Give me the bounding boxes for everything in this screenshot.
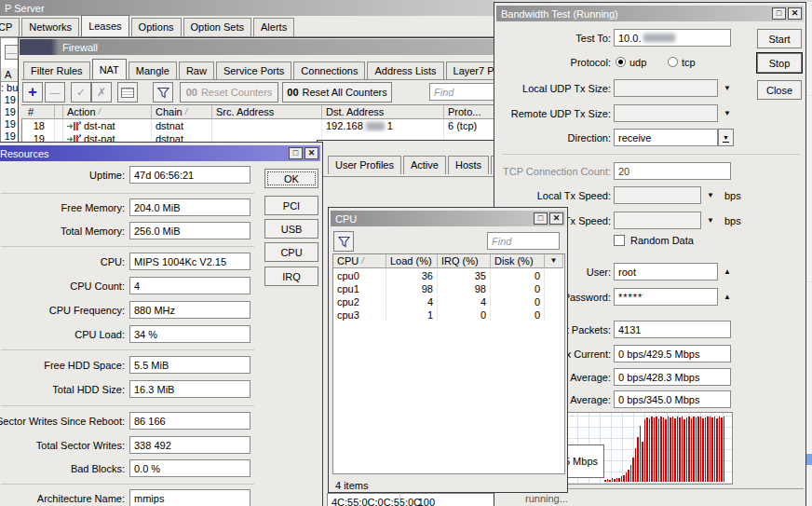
- tab-filter-rules[interactable]: Filter Rules: [23, 62, 90, 80]
- table-row[interactable]: cpu2 4 4 0: [333, 295, 545, 308]
- close-icon[interactable]: ✕: [304, 147, 318, 159]
- dropdown-arrow-icon[interactable]: ▼: [707, 192, 714, 199]
- total-memory-field: 256.0 MiB: [129, 222, 250, 239]
- bandwidth-titlebar[interactable]: Bandwidth Test (Running) □ ✕: [496, 6, 804, 21]
- table-row[interactable]: cpu3 1 0 0: [333, 308, 545, 321]
- test-to-field[interactable]: 10.0.: [614, 29, 731, 47]
- ok-button[interactable]: OK: [264, 169, 318, 188]
- total-hdd-size-field: 16.3 MiB: [129, 380, 250, 398]
- col-disk[interactable]: Disk (%): [491, 254, 545, 268]
- sector-writes-since-reboot-field: 86 166: [129, 412, 250, 430]
- tcp-connection-count-field[interactable]: 20: [614, 162, 731, 180]
- remote-udp-tx-size-field[interactable]: [614, 104, 718, 122]
- table-row[interactable]: cpu1 98 98 0: [333, 282, 545, 294]
- enable-button[interactable]: ✓: [71, 82, 91, 103]
- tab-options[interactable]: Options: [131, 18, 182, 36]
- leases-col-header[interactable]: A: [1, 68, 20, 82]
- col-icon[interactable]: [55, 105, 63, 119]
- reset-counters-button[interactable]: 00 Reset Counters: [180, 82, 278, 103]
- password-field[interactable]: *****: [614, 288, 718, 306]
- col-load[interactable]: Load (%): [386, 254, 438, 268]
- usb-button[interactable]: USB: [264, 219, 318, 239]
- col-cpu[interactable]: CPU/: [333, 254, 386, 268]
- direction-combo-button[interactable]: ▼: [718, 129, 734, 146]
- protocol-udp-radio[interactable]: [616, 57, 626, 67]
- up-arrow-icon[interactable]: ▲: [724, 268, 731, 276]
- direction-field[interactable]: receive: [614, 129, 718, 146]
- cell-protocol: 6 (tcp): [444, 119, 498, 132]
- tab-leases[interactable]: Leases: [81, 15, 129, 36]
- architecture-name-field: mmips: [129, 489, 250, 506]
- maximize-icon[interactable]: □: [289, 147, 303, 159]
- cpu-find-input[interactable]: [487, 232, 560, 250]
- tcp-connection-count-label: TCP Connection Count:: [494, 166, 611, 177]
- filter-button[interactable]: [153, 82, 173, 103]
- tab-hosts[interactable]: Hosts: [448, 156, 489, 174]
- reset-all-counters-button[interactable]: 00 Reset All Counters: [282, 82, 392, 103]
- minus-button[interactable]: —: [5, 45, 19, 60]
- table-row[interactable]: 18 dst-nat dstnat 192.168 1 6 (tcp): [21, 119, 498, 132]
- dropdown-arrow-icon[interactable]: ▼: [707, 217, 714, 225]
- tab-service-ports[interactable]: Service Ports: [216, 62, 291, 80]
- tab-raw[interactable]: Raw: [179, 62, 214, 80]
- start-button[interactable]: Start: [757, 29, 802, 48]
- col-action[interactable]: Action/: [63, 105, 152, 119]
- dropdown-arrow-icon[interactable]: ▼: [724, 85, 731, 92]
- tab-connections[interactable]: Connections: [293, 62, 365, 80]
- up-arrow-icon[interactable]: ▲: [724, 294, 731, 301]
- tab-address-lists[interactable]: Address Lists: [367, 62, 443, 80]
- col-num[interactable]: #: [21, 105, 55, 119]
- maximize-icon[interactable]: □: [772, 7, 786, 20]
- tab-nat[interactable]: NAT: [92, 59, 127, 80]
- cpu-button[interactable]: CPU: [264, 242, 318, 262]
- resources-titlebar[interactable]: Resources □ ✕: [0, 145, 320, 161]
- remote-tx-speed-field[interactable]: [614, 212, 701, 229]
- local-udp-tx-size-field[interactable]: [614, 79, 718, 97]
- bandwidth-status: running...: [525, 493, 568, 504]
- irq-button[interactable]: IRQ: [264, 267, 318, 286]
- stop-button[interactable]: Stop: [757, 53, 802, 73]
- col-irq[interactable]: IRQ (%): [438, 254, 491, 268]
- dhcp-titlebar[interactable]: P Server: [0, 0, 495, 16]
- selected-row-sliver[interactable]: [806, 454, 812, 465]
- cell-irq: 98: [438, 282, 491, 294]
- tab-active[interactable]: Active: [403, 156, 446, 174]
- cpu-frequency-field: 880 MHz: [129, 301, 250, 319]
- close-button[interactable]: Close: [757, 80, 802, 100]
- col-src-address[interactable]: Src. Address: [212, 105, 322, 119]
- tab-option-sets[interactable]: Option Sets: [183, 18, 251, 36]
- table-row[interactable]: cpu0 36 35 0: [333, 269, 545, 281]
- tab-alerts[interactable]: Alerts: [253, 18, 294, 36]
- filter-button[interactable]: [333, 231, 354, 252]
- free-hdd-space-label: Free HDD Space:: [0, 360, 125, 371]
- pci-button[interactable]: PCI: [264, 196, 318, 215]
- tab-mangle[interactable]: Mangle: [129, 62, 177, 80]
- col-chain[interactable]: Chain/: [152, 105, 212, 119]
- cpu-titlebar[interactable]: CPU □ ✕: [331, 211, 565, 226]
- host-mac: 4C:55:0C:0C:55:0C: [332, 497, 421, 506]
- tab-cp[interactable]: CP: [0, 18, 20, 36]
- dhcp-window-title: P Server: [5, 3, 45, 14]
- maximize-icon[interactable]: □: [534, 212, 548, 225]
- col-protocol[interactable]: Proto...: [444, 105, 498, 119]
- add-button[interactable]: +: [22, 82, 43, 103]
- local-tx-speed-field[interactable]: [614, 186, 701, 204]
- local-udp-tx-size-label: Local UDP Tx Size:: [494, 83, 611, 94]
- separator: [1, 193, 254, 194]
- close-icon[interactable]: ✕: [788, 7, 802, 20]
- free-hdd-space-field: 5.5 MiB: [129, 356, 250, 374]
- comment-button[interactable]: [117, 82, 138, 103]
- tab-networks[interactable]: Networks: [21, 18, 79, 36]
- column-select-button[interactable]: ▼: [545, 254, 563, 268]
- close-icon[interactable]: ✕: [549, 212, 563, 225]
- protocol-tcp-radio[interactable]: [668, 57, 678, 67]
- disable-button[interactable]: ✗: [91, 82, 112, 103]
- firewall-find-input[interactable]: [429, 83, 496, 101]
- col-dst-address[interactable]: Dst. Address: [322, 105, 444, 119]
- user-field[interactable]: root: [614, 263, 718, 280]
- cpu-window-title: CPU: [335, 213, 357, 225]
- dropdown-arrow-icon[interactable]: ▼: [724, 110, 731, 117]
- random-data-checkbox[interactable]: [614, 235, 625, 246]
- remove-button[interactable]: —: [45, 82, 65, 103]
- tab-user-profiles[interactable]: User Profiles: [328, 156, 401, 174]
